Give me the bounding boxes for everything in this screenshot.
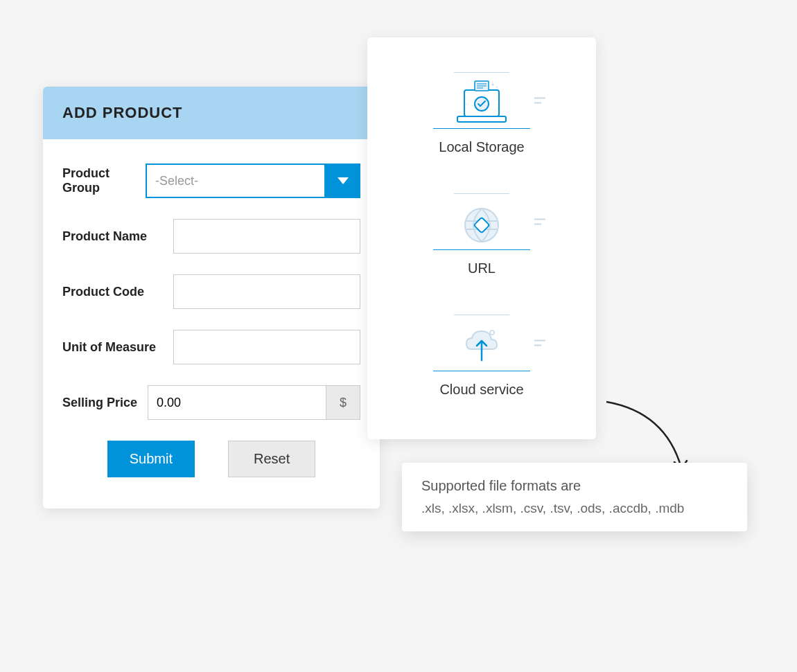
local-storage-source[interactable]: Local Storage	[433, 72, 530, 155]
price-wrapper: $	[148, 385, 360, 420]
product-code-label: Product Code	[62, 285, 173, 299]
local-storage-label: Local Storage	[439, 139, 524, 155]
unit-of-measure-row: Unit of Measure	[62, 330, 360, 364]
import-sources-card: Local Storage URL	[367, 37, 596, 439]
svg-point-8	[492, 84, 494, 86]
url-icon	[433, 193, 530, 250]
dash-decoration-icon	[534, 219, 545, 225]
product-group-row: Product Group	[62, 163, 360, 198]
unit-of-measure-label: Unit of Measure	[62, 340, 173, 355]
unit-of-measure-input[interactable]	[173, 330, 360, 364]
svg-point-14	[490, 330, 494, 335]
submit-button[interactable]: Submit	[107, 441, 195, 477]
cloud-service-source[interactable]: Cloud service	[433, 315, 530, 398]
product-name-label: Product Name	[62, 229, 173, 244]
product-group-select[interactable]	[146, 163, 360, 198]
product-name-input[interactable]	[173, 219, 360, 254]
product-name-row: Product Name	[62, 219, 360, 254]
product-code-input[interactable]	[173, 274, 360, 309]
currency-badge: $	[326, 385, 360, 420]
add-product-form-card: ADD PRODUCT Product Group Product Name P…	[43, 87, 380, 509]
chevron-down-icon[interactable]	[326, 163, 360, 198]
dash-decoration-icon	[534, 340, 545, 346]
svg-rect-2	[457, 116, 506, 122]
svg-point-9	[496, 87, 498, 88]
tooltip-title: Supported file formats are	[421, 478, 728, 494]
button-row: Submit Reset	[62, 441, 360, 477]
product-group-label: Product Group	[62, 166, 146, 195]
form-body: Product Group Product Name Product Code …	[43, 139, 380, 509]
tooltip-formats: .xls, .xlsx, .xlsm, .csv, .tsv, .ods, .a…	[421, 501, 728, 516]
reset-button[interactable]: Reset	[228, 441, 315, 477]
dash-decoration-icon	[534, 98, 545, 104]
supported-formats-tooltip: Supported file formats are .xls, .xlsx, …	[402, 463, 747, 531]
form-title: ADD PRODUCT	[43, 87, 380, 139]
cloud-service-icon	[433, 315, 530, 371]
product-code-row: Product Code	[62, 274, 360, 309]
selling-price-row: Selling Price $	[62, 385, 360, 420]
selling-price-label: Selling Price	[62, 396, 148, 410]
selling-price-input[interactable]	[148, 385, 326, 420]
product-group-input[interactable]	[146, 163, 326, 198]
svg-marker-0	[338, 177, 349, 184]
local-storage-icon	[433, 72, 530, 129]
url-source[interactable]: URL	[433, 193, 530, 276]
url-label: URL	[468, 260, 496, 276]
cloud-service-label: Cloud service	[439, 382, 523, 398]
